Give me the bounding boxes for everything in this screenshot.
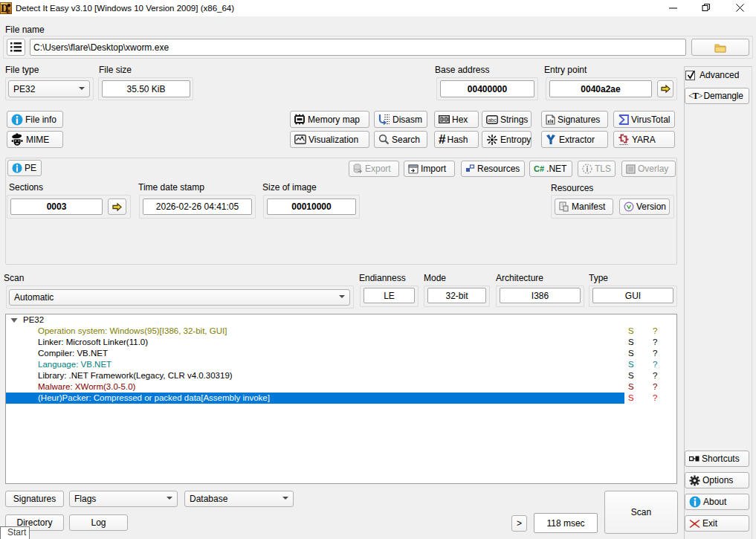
svg-text:abc: abc [488,117,497,122]
svg-text:e: e [6,6,10,14]
